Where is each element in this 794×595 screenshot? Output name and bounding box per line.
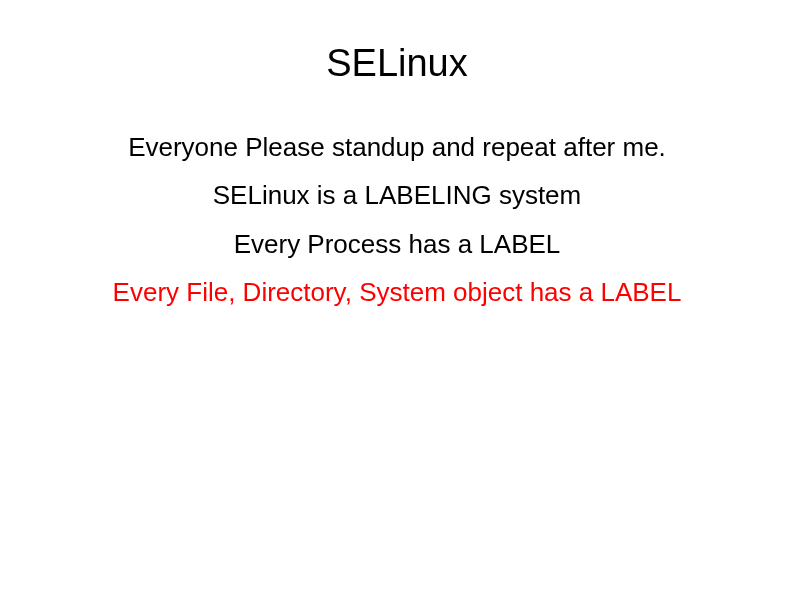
slide-line-2: SELinux is a LABELING system <box>0 175 794 215</box>
slide-line-1: Everyone Please standup and repeat after… <box>0 127 794 167</box>
slide-line-4: Every File, Directory, System object has… <box>0 272 794 312</box>
slide-line-3: Every Process has a LABEL <box>0 224 794 264</box>
slide: SELinux Everyone Please standup and repe… <box>0 0 794 595</box>
slide-title: SELinux <box>0 42 794 85</box>
